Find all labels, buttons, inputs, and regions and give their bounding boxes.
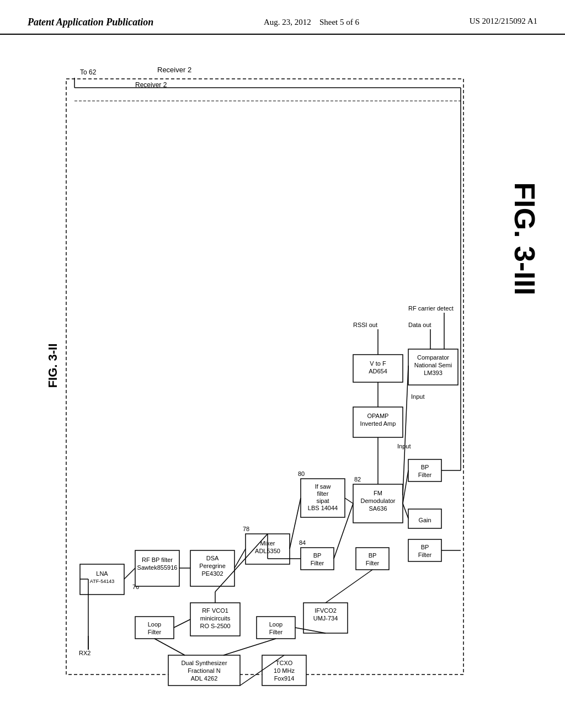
- ifvco2-text1: IFVCO2: [315, 607, 337, 614]
- opamp-text1: OPAMP: [367, 413, 389, 419]
- input-label2: Input: [397, 443, 411, 449]
- gain-text1: Gain: [418, 517, 431, 523]
- svg-line-10: [124, 568, 135, 579]
- dual-synth-text2: Fractional N: [188, 667, 220, 674]
- loop-filter2-block: [257, 617, 295, 639]
- tcxo-text3: Fox914: [274, 675, 295, 682]
- v-to-f-text2: AD654: [369, 368, 387, 374]
- rssi-label: RSSI out: [353, 322, 377, 328]
- dsa-text3: PE4302: [201, 570, 223, 577]
- svg-line-21: [154, 639, 185, 655]
- svg-line-25: [326, 570, 372, 603]
- main-content: FIG. 3-II FIG. 3-III Receiver 2 To 62 RX…: [0, 35, 565, 719]
- bp-filter-lower-text1: BP: [369, 552, 377, 559]
- dsa-text1: DSA: [206, 555, 219, 561]
- input-label1: Input: [411, 393, 424, 400]
- svg-line-14: [345, 498, 353, 504]
- page-header: Patent Application Publication Aug. 23, …: [0, 0, 565, 35]
- rf-vco1-text2: minicircuits: [200, 615, 231, 622]
- if-saw-text1: If saw: [315, 483, 331, 490]
- fig-label-left: FIG. 3-II: [46, 344, 60, 388]
- rx2-label: RX2: [79, 650, 90, 656]
- fm-demod-text3: SA636: [369, 505, 387, 512]
- loop-filter1-text2: Filter: [148, 629, 162, 635]
- comparator-text3: LM393: [424, 370, 443, 376]
- bp-filter84-text1: BP: [313, 552, 322, 559]
- lna-text1: LNA: [96, 570, 108, 577]
- ifvco2-text2: UMJ-734: [313, 615, 338, 622]
- bp-filter-tr1-text1: BP: [421, 464, 429, 470]
- bp-filter-lower-block: [356, 548, 389, 570]
- bp-filter-lower-text2: Filter: [366, 560, 380, 566]
- ref80: 80: [298, 470, 305, 477]
- fig-label-right: FIG. 3-III: [509, 182, 535, 295]
- svg-line-22: [223, 639, 276, 655]
- opamp-text2: Inverted Amp: [360, 420, 396, 427]
- rf-bp-text1: RF BP filter: [142, 556, 173, 563]
- circuit-diagram: FIG. 3-II FIG. 3-III Receiver 2 To 62 RX…: [39, 46, 535, 697]
- dual-synth-text3: ADL 4262: [191, 675, 218, 682]
- tcxo-text1: TCXO: [276, 660, 293, 666]
- loop-filter1-block: [135, 617, 174, 639]
- loop-filter1-text1: Loop: [148, 621, 161, 628]
- svg-line-12: [234, 549, 246, 568]
- lna-text2: ATF-54143: [90, 579, 114, 584]
- tcxo-text2: 10 MHz: [274, 667, 295, 674]
- rf-carrier-label: RF carrier detect: [408, 305, 454, 312]
- rf-bp-text2: Sawtek855916: [137, 564, 178, 571]
- if-saw-text4: LBS 14044: [308, 505, 338, 511]
- if-saw-text2: filter: [317, 490, 329, 497]
- fm-demod-text2: Demodulator: [361, 497, 396, 504]
- bp-filter84-text2: Filter: [311, 560, 324, 566]
- rf-vco1-text1: RF VCO1: [202, 607, 228, 614]
- svg-line-20: [174, 619, 190, 628]
- bp-filter-tr2-text2: Filter: [418, 552, 432, 558]
- dsa-text2: Peregrine: [199, 563, 226, 569]
- loop-filter2-text1: Loop: [269, 621, 282, 628]
- to62-label: To 62: [80, 68, 97, 76]
- bp-filter-tr1-block: [408, 459, 441, 481]
- dual-synth-text1: Dual Synthesizer: [181, 660, 227, 666]
- receiver2-label: Receiver 2: [157, 66, 191, 74]
- data-out-label: Data out: [408, 322, 431, 328]
- bp-filter84-block: [301, 548, 334, 570]
- bp-filter-tr2-block: [408, 539, 441, 561]
- ref82: 82: [354, 476, 361, 483]
- bp-filter-tr1-text2: Filter: [418, 472, 432, 478]
- ref84: 84: [299, 539, 306, 546]
- svg-line-27: [403, 504, 408, 518]
- fm-demod-text1: FM: [374, 490, 382, 496]
- bp-filter-tr2-text1: BP: [421, 544, 429, 550]
- v-to-f-text1: V to F: [370, 360, 386, 367]
- receiver2-boundary: [66, 79, 463, 675]
- comparator-text2: National Semi: [414, 362, 452, 368]
- patent-number: US 2012/215092 A1: [470, 17, 537, 26]
- ref78: 78: [243, 526, 249, 532]
- rf-vco1-text3: RO S-2500: [200, 623, 230, 629]
- publication-title: Patent Application Publication: [28, 17, 153, 28]
- receiver2-inner: Receiver 2: [135, 81, 167, 89]
- loop-filter2-text2: Filter: [269, 629, 283, 635]
- comparator-text1: Comparator: [417, 354, 449, 361]
- publication-date-sheet: Aug. 23, 2012 Sheet 5 of 6: [264, 17, 359, 28]
- if-saw-text3: sipat: [316, 497, 329, 504]
